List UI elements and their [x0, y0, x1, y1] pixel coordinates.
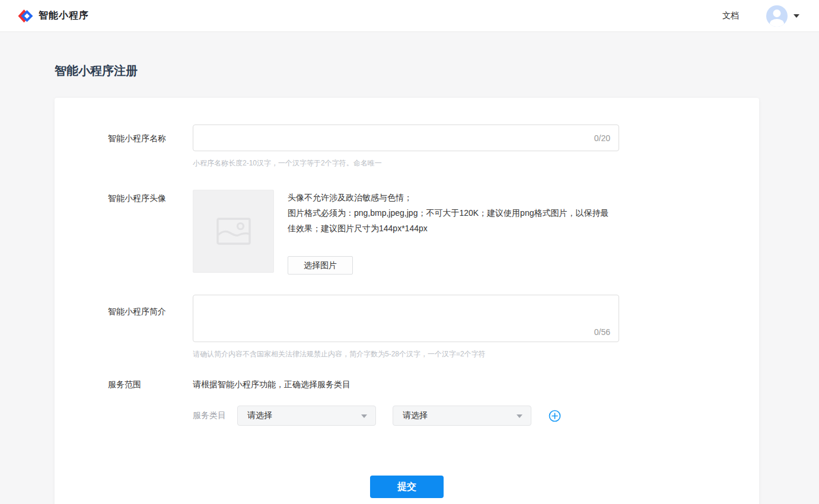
chevron-down-icon	[517, 414, 522, 418]
submit-button[interactable]: 提交	[370, 476, 444, 498]
intro-hint: 请确认简介内容不含国家相关法律法规禁止内容，简介字数为5-28个汉字，一个汉字=…	[193, 349, 759, 359]
name-char-counter: 0/20	[594, 133, 610, 143]
chevron-down-icon[interactable]	[793, 14, 799, 18]
page-title: 智能小程序注册	[55, 62, 819, 79]
avatar-field-row: 智能小程序头像 头像不允许涉及政治敏感与色情； 图片格式必须为：png,bmp,…	[108, 190, 759, 275]
category-select-1[interactable]: 请选择	[237, 406, 376, 426]
name-field-row: 智能小程序名称 0/20 小程序名称长度2-10汉字，一个汉字等于2个字符。命名…	[108, 125, 759, 168]
avatar-label: 智能小程序头像	[108, 190, 193, 275]
category-select-1-value: 请选择	[247, 410, 272, 421]
add-circle-icon	[549, 410, 561, 422]
avatar-upload-box[interactable]	[193, 190, 274, 273]
user-avatar-icon[interactable]	[766, 5, 788, 27]
intro-textarea[interactable]	[193, 295, 619, 342]
doc-link[interactable]: 文档	[722, 11, 739, 21]
avatar-head-shape	[773, 9, 781, 17]
intro-field-row: 智能小程序简介 0/56 请确认简介内容不含国家相关法律法规禁止内容，简介字数为…	[108, 295, 759, 359]
brand[interactable]: 智能小程序	[17, 8, 89, 24]
brand-title: 智能小程序	[39, 9, 89, 22]
category-select-2-value: 请选择	[403, 410, 428, 421]
avatar-body-shape	[770, 19, 784, 27]
name-input[interactable]	[193, 125, 619, 151]
scope-field-row: 服务范围 请根据智能小程序功能，正确选择服务类目 服务类目 请选择 请选择	[108, 378, 759, 426]
registration-form-card: 智能小程序名称 0/20 小程序名称长度2-10汉字，一个汉字等于2个字符。命名…	[55, 98, 759, 504]
smart-program-logo-icon	[17, 8, 33, 24]
category-select-2[interactable]: 请选择	[393, 406, 531, 426]
top-header: 智能小程序 文档	[0, 0, 819, 32]
name-input-wrap: 0/20	[193, 125, 619, 151]
category-label: 服务类目	[193, 410, 237, 421]
scope-label: 服务范围	[108, 378, 193, 426]
scope-instruction: 请根据智能小程序功能，正确选择服务类目	[193, 378, 759, 390]
intro-label: 智能小程序简介	[108, 295, 193, 359]
choose-image-button[interactable]: 选择图片	[288, 256, 353, 275]
intro-char-counter: 0/56	[594, 327, 610, 337]
name-label: 智能小程序名称	[108, 125, 193, 168]
chevron-down-icon	[361, 414, 367, 418]
user-menu[interactable]	[766, 5, 799, 27]
intro-textarea-wrap: 0/56	[193, 295, 619, 342]
image-placeholder-icon	[216, 218, 251, 245]
avatar-rule-line2: 图片格式必须为：png,bmp,jpeg,jpg；不可大于120K；建议使用pn…	[288, 205, 615, 236]
name-hint: 小程序名称长度2-10汉字，一个汉字等于2个字符。命名唯一	[193, 158, 759, 168]
avatar-rule-line1: 头像不允许涉及政治敏感与色情；	[288, 190, 615, 205]
add-category-button[interactable]	[548, 409, 561, 422]
